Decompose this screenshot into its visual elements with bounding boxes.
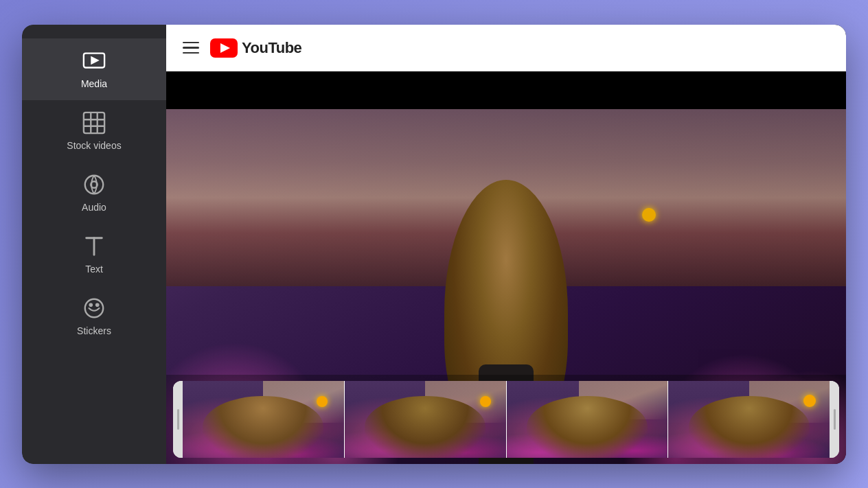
hair-detail-4 — [689, 396, 810, 458]
sidebar-item-media[interactable]: Media — [22, 38, 166, 100]
sidebar-item-text-label: Text — [85, 264, 103, 275]
frame-bg-1 — [183, 381, 344, 458]
svg-point-7 — [85, 175, 103, 193]
svg-point-13 — [96, 303, 99, 306]
stickers-icon — [82, 297, 106, 320]
sidebar-item-stickers-label: Stickers — [77, 325, 111, 336]
timeline-inner — [173, 381, 839, 458]
sidebar-item-stock-videos-label: Stock videos — [67, 140, 121, 151]
sidebar-item-stock-videos[interactable]: Stock videos — [22, 100, 166, 162]
timeline-strip — [166, 375, 846, 464]
stock-videos-icon — [82, 111, 106, 135]
flower-dot-4 — [803, 395, 816, 407]
sidebar-item-audio-label: Audio — [82, 202, 106, 213]
youtube-play-button — [210, 38, 238, 58]
svg-marker-1 — [91, 57, 98, 63]
video-preview — [166, 109, 846, 464]
girl-flower — [642, 208, 656, 222]
frame-thumb-2 — [345, 381, 507, 458]
app-container: Media Stock videos Audio — [22, 25, 846, 464]
hamburger-line-2 — [183, 47, 199, 49]
hamburger-line-3 — [183, 52, 199, 54]
flower-dot-1 — [317, 396, 328, 407]
frame-bg-3 — [507, 381, 668, 458]
main-content: YouTube — [166, 25, 846, 464]
frame-bg-4 — [668, 381, 830, 458]
svg-point-11 — [85, 299, 103, 316]
flower-dot-2 — [480, 396, 491, 407]
hamburger-menu-icon[interactable] — [183, 42, 199, 54]
video-scene — [166, 109, 846, 464]
audio-icon — [82, 173, 106, 196]
svg-point-12 — [89, 303, 92, 306]
black-bar — [166, 71, 846, 109]
hair-detail-2 — [365, 396, 486, 458]
frame-thumb-1 — [183, 381, 345, 458]
hair-detail-3 — [527, 396, 648, 458]
browser-chrome: YouTube — [166, 25, 846, 71]
svg-rect-2 — [84, 112, 104, 132]
frame-bg-2 — [345, 381, 506, 458]
youtube-text: YouTube — [242, 39, 301, 57]
hamburger-line-1 — [183, 42, 199, 44]
frame-thumb-4 — [668, 381, 830, 458]
youtube-logo[interactable]: YouTube — [210, 38, 301, 58]
text-icon — [82, 235, 106, 258]
timeline-handle-left[interactable] — [173, 381, 183, 458]
sidebar-item-stickers[interactable]: Stickers — [22, 286, 166, 347]
sidebar-item-media-label: Media — [81, 78, 107, 89]
frame-thumb-3 — [507, 381, 669, 458]
timeline-frames — [183, 381, 830, 458]
sidebar-item-text[interactable]: Text — [22, 224, 166, 286]
sidebar: Media Stock videos Audio — [22, 25, 166, 464]
hair-detail-1 — [203, 396, 323, 458]
media-icon — [82, 49, 106, 73]
timeline-handle-right[interactable] — [830, 381, 839, 458]
sidebar-item-audio[interactable]: Audio — [22, 162, 166, 224]
